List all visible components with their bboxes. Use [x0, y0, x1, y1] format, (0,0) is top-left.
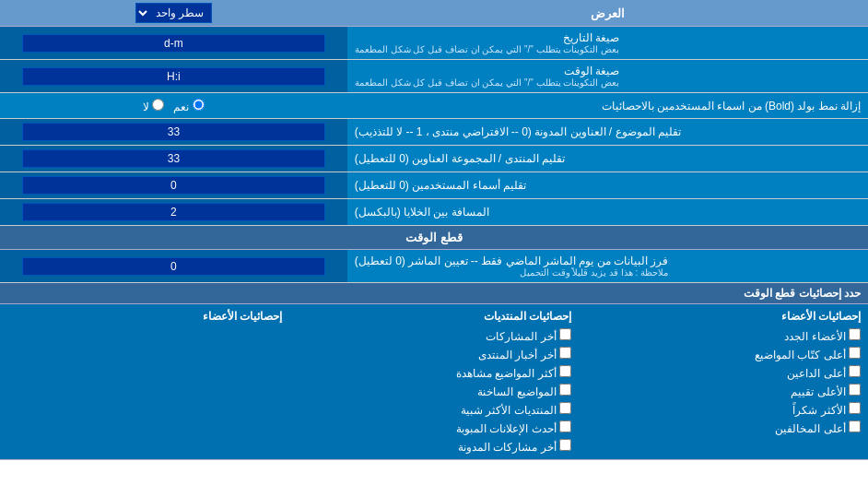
- cutoff-input[interactable]: [22, 257, 324, 276]
- cb-last-posts-input[interactable]: [559, 328, 571, 340]
- cutoff-row: فرز البيانات من يوم الماشر الماضي فقط --…: [0, 250, 868, 283]
- cb-members-new: الأعضاء الجدد: [586, 326, 861, 345]
- cell-spacing-label: المسافة بين الخلايا (بالبكسل): [347, 199, 868, 225]
- col1: إحصائيات الأعضاء: [0, 304, 289, 459]
- time-format-label: صيغة الوقت بعض التكوينات يتطلب "/" التي …: [347, 60, 868, 92]
- cell-spacing-row: المسافة بين الخلايا (بالبكسل): [0, 199, 868, 226]
- usernames-padding-row: تقليم أسماء المستخدمين (0 للتعطيل): [0, 172, 868, 199]
- bold-stats-row: إزالة نمط بولد (Bold) من اسماء المستخدمي…: [0, 93, 868, 119]
- cb-top-recruiters-input[interactable]: [849, 365, 861, 377]
- col2: إحصائيات المنتديات أخر المشاركات أخر أخب…: [289, 304, 579, 459]
- cb-most-similar-forums-label: المنتديات الأكثر شبية: [461, 404, 557, 417]
- cell-spacing-input[interactable]: [22, 203, 324, 221]
- time-format-input-container: [0, 60, 347, 92]
- cutoff-section-title: قطع الوقت: [0, 226, 868, 250]
- cb-top-recruiters-label: أعلى الداعين: [787, 367, 845, 380]
- cb-top-violators: أعلى المخالفين: [586, 419, 861, 437]
- cb-classified-ads-label: أحدث الإعلانات المبوبة: [456, 422, 557, 435]
- cb-top-violators-label: أعلى المخالفين: [775, 422, 845, 435]
- date-format-note: بعض التكوينات يتطلب "/" التي يمكن ان تضا…: [355, 44, 619, 54]
- cb-most-viewed: أكثر المواضيع مشاهدة: [297, 363, 571, 382]
- checkboxes-grid: إحصائيات الأعضاء الأعضاء الجدد أعلى كتّا…: [0, 304, 868, 459]
- cb-forum-news-label: أخر أخبار المنتدى: [478, 349, 557, 361]
- cb-classified-ads: أحدث الإعلانات المبوبة: [297, 419, 571, 437]
- cb-hot-topics-label: المواضيع الساخنة: [477, 385, 556, 398]
- main-container: العرض سطر واحد سطرين ثلاثة أسطر صيغة الت…: [0, 0, 868, 460]
- radio-no-text: لا: [143, 101, 149, 113]
- bold-stats-label: إزالة نمط بولد (Bold) من اسماء المستخدمي…: [347, 96, 868, 116]
- display-mode-select[interactable]: سطر واحد سطرين ثلاثة أسطر: [135, 3, 212, 23]
- cb-top-recruiters: أعلى الداعين: [586, 363, 861, 382]
- display-label: العرض: [347, 3, 868, 24]
- radio-yes[interactable]: [193, 99, 205, 111]
- cb-forum-news: أخر أخبار المنتدى: [297, 345, 571, 363]
- cutoff-label: فرز البيانات من يوم الماشر الماضي فقط --…: [347, 250, 868, 282]
- time-format-title: صيغة الوقت: [355, 65, 619, 77]
- usernames-padding-input[interactable]: [22, 176, 324, 195]
- cb-last-posts-label: أخر المشاركات: [486, 330, 556, 343]
- cb-members-new-label: الأعضاء الجدد: [784, 330, 845, 343]
- cb-blog-posts-label: أخر مشاركات المدونة: [458, 441, 557, 454]
- date-format-input-container: [0, 27, 347, 59]
- cb-most-thanked-label: الأكثر شكراً: [792, 404, 845, 417]
- col2-title: إحصائيات المنتديات: [297, 308, 571, 326]
- radio-no[interactable]: [152, 99, 164, 111]
- dropdown-container[interactable]: سطر واحد سطرين ثلاثة أسطر: [0, 0, 347, 26]
- title-padding-input-container: [0, 119, 347, 145]
- time-format-input[interactable]: [22, 67, 324, 86]
- cb-most-viewed-input[interactable]: [559, 365, 571, 377]
- cb-most-viewed-label: أكثر المواضيع مشاهدة: [456, 367, 557, 380]
- cutoff-input-container: [0, 250, 347, 282]
- usernames-padding-label: تقليم أسماء المستخدمين (0 للتعطيل): [347, 172, 868, 198]
- cb-classified-ads-input[interactable]: [559, 420, 571, 432]
- date-format-title: صيغة التاريخ: [355, 31, 619, 44]
- col3-title: إحصائيات الأعضاء: [586, 308, 861, 326]
- cb-hot-topics: المواضيع الساخنة: [297, 382, 571, 400]
- cb-hot-topics-input[interactable]: [559, 384, 571, 396]
- usernames-padding-input-container: [0, 172, 347, 198]
- col3: إحصائيات الأعضاء الأعضاء الجدد أعلى كتّا…: [579, 304, 868, 459]
- col1-title: إحصائيات الأعضاء: [7, 308, 282, 326]
- cb-blog-posts-input[interactable]: [559, 439, 571, 451]
- cb-most-similar-forums: المنتديات الأكثر شبية: [297, 400, 571, 419]
- header-row: العرض سطر واحد سطرين ثلاثة أسطر: [0, 0, 868, 27]
- cb-top-violators-input[interactable]: [849, 420, 861, 432]
- cb-members-new-input[interactable]: [849, 328, 861, 340]
- cb-most-thanked: الأكثر شكراً: [586, 400, 861, 419]
- cb-forum-news-input[interactable]: [559, 347, 571, 359]
- cb-blog-posts: أخر مشاركات المدونة: [297, 437, 571, 456]
- title-padding-input[interactable]: [22, 123, 324, 141]
- date-format-label: صيغة التاريخ بعض التكوينات يتطلب "/" الت…: [347, 27, 868, 59]
- cb-top-rated: الأعلى تقييم: [586, 382, 861, 400]
- cb-top-authors: أعلى كتّاب المواضيع: [586, 345, 861, 363]
- time-format-note: بعض التكوينات يتطلب "/" التي يمكن ان تضا…: [355, 77, 619, 88]
- cell-spacing-input-container: [0, 199, 347, 225]
- cutoff-note: ملاحظة : هذا قد يزيد قليلاً وقت التحميل: [355, 267, 668, 278]
- radio-yes-text: نعم: [173, 101, 189, 113]
- cb-top-rated-label: الأعلى تقييم: [791, 385, 845, 398]
- date-format-row: صيغة التاريخ بعض التكوينات يتطلب "/" الت…: [0, 27, 868, 60]
- cb-most-thanked-input[interactable]: [849, 402, 861, 414]
- time-format-row: صيغة الوقت بعض التكوينات يتطلب "/" التي …: [0, 60, 868, 93]
- radio-no-label[interactable]: لا: [143, 99, 164, 113]
- bold-stats-controls: نعم لا: [0, 95, 347, 117]
- forum-padding-label: تقليم المنتدى / المجموعة العناوين (0 للت…: [347, 146, 868, 172]
- cb-most-similar-forums-input[interactable]: [559, 402, 571, 414]
- forum-padding-input-container: [0, 146, 347, 172]
- cutoff-title: فرز البيانات من يوم الماشر الماضي فقط --…: [355, 254, 668, 267]
- date-format-input[interactable]: [22, 34, 324, 53]
- title-padding-label: تقليم الموضوع / العناوين المدونة (0 -- ا…: [347, 119, 868, 145]
- radio-yes-label[interactable]: نعم: [173, 99, 204, 113]
- forum-padding-input[interactable]: [22, 149, 324, 168]
- cb-top-rated-input[interactable]: [849, 384, 861, 396]
- forum-padding-row: تقليم المنتدى / المجموعة العناوين (0 للت…: [0, 146, 868, 172]
- cb-top-authors-label: أعلى كتّاب المواضيع: [755, 349, 846, 361]
- cb-last-posts: أخر المشاركات: [297, 326, 571, 345]
- title-padding-row: تقليم الموضوع / العناوين المدونة (0 -- ا…: [0, 119, 868, 146]
- cb-top-authors-input[interactable]: [849, 347, 861, 359]
- checkboxes-section: حدد إحصائيات قطع الوقت إحصائيات الأعضاء …: [0, 283, 868, 460]
- checkboxes-title: حدد إحصائيات قطع الوقت: [0, 283, 868, 304]
